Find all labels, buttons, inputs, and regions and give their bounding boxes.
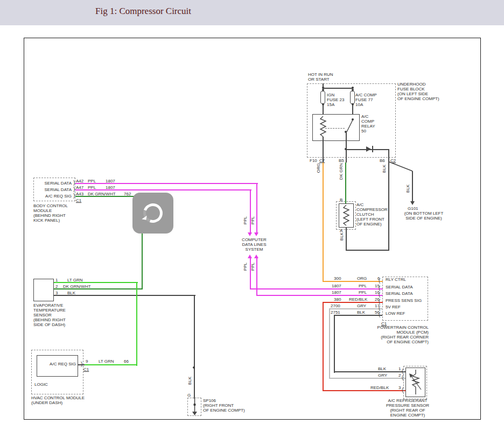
g101-location: (ON BOTTOM LEFT SIDE OF ENGINE) bbox=[395, 211, 453, 221]
pcm-fn: RLY CTRL bbox=[386, 277, 406, 282]
hvac-wire-label: LT GRN bbox=[99, 359, 114, 364]
ps-pin: 3 bbox=[398, 385, 401, 390]
wire-ltgrn bbox=[54, 282, 138, 283]
relay-link-dashed bbox=[325, 128, 345, 129]
wire-ppl bbox=[256, 258, 257, 296]
clutch-coil bbox=[342, 205, 350, 227]
ac-comp-fuse-symbol bbox=[350, 91, 355, 104]
bcm-label: BODY CONTROL MODULE (BEHIND RIGHT KICK P… bbox=[33, 203, 68, 223]
pressure-sensor-label: A/C REFRIGERANT PRESSURE SENSOR (RIGHT R… bbox=[380, 398, 435, 418]
data-line-arrow-up bbox=[248, 255, 252, 258]
wire-ltgrn bbox=[136, 282, 137, 366]
ground-branch-diagonal bbox=[389, 161, 415, 172]
connector-arc: ) bbox=[73, 193, 75, 199]
wire-blk bbox=[194, 295, 195, 399]
diode-bar bbox=[372, 146, 373, 152]
clutch-pin-b: B bbox=[340, 197, 342, 202]
connector-arc: ( bbox=[379, 292, 380, 298]
connector-arc: ) bbox=[73, 187, 75, 192]
wire-gry bbox=[329, 378, 407, 379]
ac-comp-fuse-label: A/C COMP FUSE 77 10A bbox=[355, 93, 377, 107]
connector-arc: ( bbox=[379, 286, 380, 291]
pcm-fn: LOW REF bbox=[386, 311, 405, 316]
pcm-ckt: 300 bbox=[334, 276, 341, 281]
wire-gry bbox=[329, 308, 330, 379]
pin-b5: B5 bbox=[339, 158, 344, 163]
pcm-ckt: 2700 bbox=[331, 303, 340, 308]
data-line-arrow-down bbox=[254, 232, 258, 236]
pcm-ckt: 1807 bbox=[332, 290, 341, 295]
wire-ltgrn bbox=[85, 364, 137, 365]
wire-blk bbox=[334, 315, 382, 316]
hvac-logic-label: LOGIC bbox=[34, 382, 48, 387]
wire-label-ppl: PPL bbox=[250, 216, 255, 224]
evap-sensor-box bbox=[33, 279, 54, 301]
wire-label-ppl: PPL bbox=[243, 216, 248, 224]
pin-b6: B6 bbox=[380, 158, 385, 163]
pin-f10: F10 bbox=[310, 158, 317, 163]
wire-gry bbox=[329, 308, 383, 309]
loading-spinner-overlay bbox=[132, 193, 173, 234]
pcm-fn: PRESS SENS SIG bbox=[386, 298, 422, 303]
pcm-wire: RED/BLK bbox=[349, 297, 367, 302]
wire-redblk bbox=[323, 390, 407, 391]
hvac-label: HVAC CONTROL MODULE (UNDER DASH) bbox=[31, 395, 85, 405]
pcm-ckt: 380 bbox=[334, 297, 341, 302]
wire-org bbox=[323, 281, 383, 282]
sp106-ground-symbol bbox=[190, 399, 200, 416]
ign-fuse-label: IGN FUSE 23 15A bbox=[327, 93, 344, 107]
data-line-arrow-up bbox=[254, 255, 258, 258]
wire-ppl bbox=[256, 183, 257, 232]
pcm-ckt: 1807 bbox=[332, 284, 341, 288]
hot-in-run-label: HOT IN RUN OR START bbox=[308, 72, 333, 82]
hvac-pin: 9 bbox=[86, 359, 88, 364]
connector-arc: ( bbox=[379, 306, 380, 311]
ps-pin: 1 bbox=[398, 366, 401, 371]
ign-fuse-symbol bbox=[320, 91, 325, 104]
hvac-signal-label: A/C REQ SIG bbox=[38, 362, 76, 366]
wire-ppl bbox=[75, 189, 251, 190]
connector-arc: ) bbox=[73, 180, 75, 186]
wire-label-dkgrn: DK GRN bbox=[339, 163, 344, 180]
wire-ppl bbox=[256, 295, 383, 296]
wire-redblk bbox=[323, 302, 383, 303]
wire-blk bbox=[334, 371, 406, 372]
wire-label-blk: BLK bbox=[405, 185, 410, 193]
bcm-connector: C1 bbox=[76, 198, 81, 203]
wire-redblk bbox=[323, 302, 324, 391]
wire-ppl bbox=[75, 183, 258, 184]
wire-blk bbox=[334, 315, 335, 373]
connector-arc: ) bbox=[81, 362, 82, 367]
pcm-label: POWERTRAIN CONTROL MODULE (PCM) (RIGHT R… bbox=[374, 325, 429, 344]
wire-blk-clutch bbox=[346, 227, 347, 250]
connector-arc: ( bbox=[379, 299, 380, 305]
connector-arc: ( bbox=[379, 278, 380, 284]
wire-label-org: ORG bbox=[316, 163, 321, 173]
wire-blk-clutch-loop bbox=[346, 250, 389, 251]
bcm-fn-1: SERIAL DATA bbox=[35, 181, 72, 186]
pressure-sensor-element bbox=[408, 370, 424, 395]
pcm-wire: PPL bbox=[359, 290, 367, 295]
pcm-wire: BLK bbox=[357, 310, 365, 315]
hvac-ckt-label: 66 bbox=[124, 359, 129, 364]
wire-label-blk: BLK bbox=[339, 232, 344, 241]
ps-wire: BLK bbox=[378, 366, 386, 371]
wire-label-blk: BLK bbox=[187, 377, 192, 385]
ps-wire: GRY bbox=[378, 373, 387, 378]
ps-wire: RED/BLK bbox=[370, 385, 389, 390]
clutch-label: A/C COMPRESSOR CLUTCH (LEFT FRONT OF ENG… bbox=[356, 202, 388, 227]
bcm-fn-3: A/C REQ SIG bbox=[35, 194, 72, 199]
computer-data-lines-label: COMPUTER DATA LINES SYSTEM bbox=[239, 237, 269, 252]
wire-org bbox=[323, 163, 324, 282]
connector-arc: ( bbox=[379, 312, 380, 317]
wire-blk-g101 bbox=[412, 171, 413, 202]
wire-label-blk: BLK bbox=[382, 165, 387, 173]
sp106-label: SP106 (RIGHT FRONT OF ENGINE COMPT) bbox=[203, 398, 245, 413]
g101-name: G101 bbox=[408, 206, 418, 211]
diode-icon bbox=[366, 146, 371, 152]
pcm-fn: SERIAL DATA bbox=[386, 291, 413, 296]
evap-label: EVAPORATIVE TEMPERATURE SENSOR (BEHIND R… bbox=[33, 303, 66, 327]
spinner-ring-icon bbox=[140, 200, 166, 226]
wire-blk bbox=[54, 295, 195, 296]
pcm-ckt: 2751 bbox=[331, 310, 340, 315]
